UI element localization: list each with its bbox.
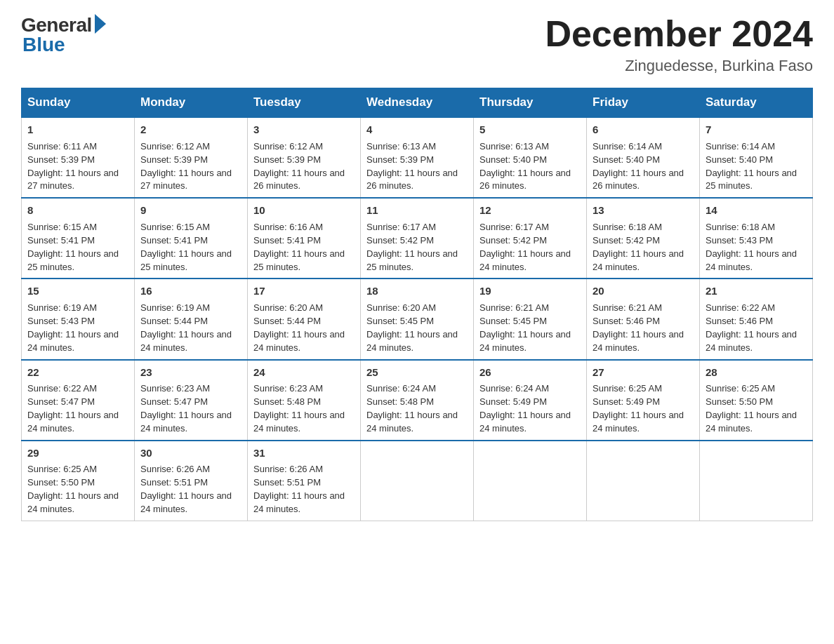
day-number: 8 bbox=[27, 203, 128, 218]
week-row-5: 29 Sunrise: 6:25 AMSunset: 5:50 PMDaylig… bbox=[22, 441, 813, 521]
day-number: 30 bbox=[140, 445, 241, 461]
calendar-cell: 2 Sunrise: 6:12 AMSunset: 5:39 PMDayligh… bbox=[135, 117, 248, 198]
calendar-cell: 15 Sunrise: 6:19 AMSunset: 5:43 PMDaylig… bbox=[22, 279, 135, 359]
day-number: 5 bbox=[479, 122, 581, 137]
calendar-cell: 19 Sunrise: 6:21 AMSunset: 5:45 PMDaylig… bbox=[474, 279, 587, 359]
calendar-cell: 3 Sunrise: 6:12 AMSunset: 5:39 PMDayligh… bbox=[248, 117, 361, 198]
calendar-cell: 31 Sunrise: 6:26 AMSunset: 5:51 PMDaylig… bbox=[248, 441, 361, 521]
month-title: December 2024 bbox=[545, 14, 813, 54]
calendar-cell: 14 Sunrise: 6:18 AMSunset: 5:43 PMDaylig… bbox=[700, 198, 813, 279]
day-number: 15 bbox=[27, 283, 128, 299]
day-number: 7 bbox=[706, 122, 807, 137]
day-info: Sunrise: 6:14 AMSunset: 5:40 PMDaylight:… bbox=[593, 141, 684, 192]
calendar-cell: 28 Sunrise: 6:25 AMSunset: 5:50 PMDaylig… bbox=[700, 360, 813, 441]
day-number: 24 bbox=[253, 365, 355, 380]
day-info: Sunrise: 6:22 AMSunset: 5:46 PMDaylight:… bbox=[706, 302, 797, 353]
header-tuesday: Tuesday bbox=[248, 88, 361, 118]
logo-arrow-icon bbox=[95, 14, 106, 34]
day-info: Sunrise: 6:20 AMSunset: 5:44 PMDaylight:… bbox=[253, 302, 345, 353]
week-row-1: 1 Sunrise: 6:11 AMSunset: 5:39 PMDayligh… bbox=[22, 117, 813, 198]
day-number: 14 bbox=[706, 203, 807, 218]
calendar-cell: 20 Sunrise: 6:21 AMSunset: 5:46 PMDaylig… bbox=[587, 279, 700, 359]
calendar-cell bbox=[474, 441, 587, 521]
day-info: Sunrise: 6:25 AMSunset: 5:50 PMDaylight:… bbox=[27, 464, 119, 514]
day-info: Sunrise: 6:13 AMSunset: 5:40 PMDaylight:… bbox=[479, 141, 571, 192]
day-info: Sunrise: 6:16 AMSunset: 5:41 PMDaylight:… bbox=[253, 222, 345, 272]
day-info: Sunrise: 6:12 AMSunset: 5:39 PMDaylight:… bbox=[140, 141, 232, 192]
calendar-cell: 26 Sunrise: 6:24 AMSunset: 5:49 PMDaylig… bbox=[474, 360, 587, 441]
calendar-cell: 27 Sunrise: 6:25 AMSunset: 5:49 PMDaylig… bbox=[587, 360, 700, 441]
day-number: 4 bbox=[366, 122, 468, 137]
day-info: Sunrise: 6:23 AMSunset: 5:48 PMDaylight:… bbox=[253, 383, 345, 434]
calendar-cell: 5 Sunrise: 6:13 AMSunset: 5:40 PMDayligh… bbox=[474, 117, 587, 198]
calendar-cell: 1 Sunrise: 6:11 AMSunset: 5:39 PMDayligh… bbox=[22, 117, 135, 198]
logo: General Blue bbox=[21, 14, 106, 56]
day-info: Sunrise: 6:20 AMSunset: 5:45 PMDaylight:… bbox=[366, 302, 458, 353]
day-number: 3 bbox=[253, 122, 355, 137]
calendar-cell: 30 Sunrise: 6:26 AMSunset: 5:51 PMDaylig… bbox=[135, 441, 248, 521]
day-info: Sunrise: 6:19 AMSunset: 5:44 PMDaylight:… bbox=[140, 302, 232, 353]
day-number: 20 bbox=[593, 283, 694, 299]
day-number: 9 bbox=[140, 203, 241, 218]
day-info: Sunrise: 6:24 AMSunset: 5:48 PMDaylight:… bbox=[366, 383, 458, 434]
calendar-cell: 6 Sunrise: 6:14 AMSunset: 5:40 PMDayligh… bbox=[587, 117, 700, 198]
calendar-cell: 7 Sunrise: 6:14 AMSunset: 5:40 PMDayligh… bbox=[700, 117, 813, 198]
day-number: 25 bbox=[366, 365, 468, 380]
calendar-cell: 17 Sunrise: 6:20 AMSunset: 5:44 PMDaylig… bbox=[248, 279, 361, 359]
calendar-table: SundayMondayTuesdayWednesdayThursdayFrid… bbox=[21, 88, 813, 521]
day-number: 28 bbox=[706, 365, 807, 380]
day-number: 13 bbox=[593, 203, 694, 218]
day-number: 10 bbox=[253, 203, 355, 218]
day-info: Sunrise: 6:21 AMSunset: 5:46 PMDaylight:… bbox=[593, 302, 684, 353]
day-number: 18 bbox=[366, 283, 468, 299]
day-number: 31 bbox=[253, 445, 355, 461]
week-row-2: 8 Sunrise: 6:15 AMSunset: 5:41 PMDayligh… bbox=[22, 198, 813, 279]
day-number: 12 bbox=[479, 203, 581, 218]
day-info: Sunrise: 6:15 AMSunset: 5:41 PMDaylight:… bbox=[140, 222, 232, 272]
calendar-cell: 16 Sunrise: 6:19 AMSunset: 5:44 PMDaylig… bbox=[135, 279, 248, 359]
calendar-cell: 11 Sunrise: 6:17 AMSunset: 5:42 PMDaylig… bbox=[361, 198, 474, 279]
day-info: Sunrise: 6:13 AMSunset: 5:39 PMDaylight:… bbox=[366, 141, 458, 192]
day-number: 27 bbox=[593, 365, 694, 380]
day-number: 16 bbox=[140, 283, 241, 299]
day-info: Sunrise: 6:26 AMSunset: 5:51 PMDaylight:… bbox=[140, 464, 232, 514]
calendar-cell: 10 Sunrise: 6:16 AMSunset: 5:41 PMDaylig… bbox=[248, 198, 361, 279]
calendar-cell: 21 Sunrise: 6:22 AMSunset: 5:46 PMDaylig… bbox=[700, 279, 813, 359]
day-info: Sunrise: 6:14 AMSunset: 5:40 PMDaylight:… bbox=[706, 141, 797, 192]
day-info: Sunrise: 6:25 AMSunset: 5:50 PMDaylight:… bbox=[706, 383, 797, 434]
header-wednesday: Wednesday bbox=[361, 88, 474, 118]
day-info: Sunrise: 6:17 AMSunset: 5:42 PMDaylight:… bbox=[366, 222, 458, 272]
header-thursday: Thursday bbox=[474, 88, 587, 118]
day-number: 29 bbox=[27, 445, 128, 461]
day-info: Sunrise: 6:15 AMSunset: 5:41 PMDaylight:… bbox=[27, 222, 119, 272]
calendar-cell: 23 Sunrise: 6:23 AMSunset: 5:47 PMDaylig… bbox=[135, 360, 248, 441]
header-monday: Monday bbox=[135, 88, 248, 118]
day-info: Sunrise: 6:25 AMSunset: 5:49 PMDaylight:… bbox=[593, 383, 684, 434]
logo-blue-text: Blue bbox=[22, 34, 65, 56]
day-info: Sunrise: 6:22 AMSunset: 5:47 PMDaylight:… bbox=[27, 383, 119, 434]
location-subtitle: Zinguedesse, Burkina Faso bbox=[545, 57, 813, 75]
day-info: Sunrise: 6:18 AMSunset: 5:42 PMDaylight:… bbox=[593, 222, 684, 272]
day-number: 23 bbox=[140, 365, 241, 380]
day-number: 6 bbox=[593, 122, 694, 137]
day-number: 2 bbox=[140, 122, 241, 137]
day-number: 17 bbox=[253, 283, 355, 299]
day-info: Sunrise: 6:24 AMSunset: 5:49 PMDaylight:… bbox=[479, 383, 571, 434]
calendar-cell bbox=[587, 441, 700, 521]
day-number: 11 bbox=[366, 203, 468, 218]
calendar-header-row: SundayMondayTuesdayWednesdayThursdayFrid… bbox=[22, 88, 813, 118]
day-number: 21 bbox=[706, 283, 807, 299]
day-info: Sunrise: 6:23 AMSunset: 5:47 PMDaylight:… bbox=[140, 383, 232, 434]
day-info: Sunrise: 6:19 AMSunset: 5:43 PMDaylight:… bbox=[27, 302, 119, 353]
calendar-cell: 24 Sunrise: 6:23 AMSunset: 5:48 PMDaylig… bbox=[248, 360, 361, 441]
calendar-cell: 18 Sunrise: 6:20 AMSunset: 5:45 PMDaylig… bbox=[361, 279, 474, 359]
day-info: Sunrise: 6:26 AMSunset: 5:51 PMDaylight:… bbox=[253, 464, 345, 514]
day-number: 1 bbox=[27, 122, 128, 137]
day-number: 19 bbox=[479, 283, 581, 299]
title-section: December 2024 Zinguedesse, Burkina Faso bbox=[545, 14, 813, 75]
header-sunday: Sunday bbox=[22, 88, 135, 118]
calendar-cell bbox=[361, 441, 474, 521]
calendar-cell: 8 Sunrise: 6:15 AMSunset: 5:41 PMDayligh… bbox=[22, 198, 135, 279]
day-number: 26 bbox=[479, 365, 581, 380]
calendar-cell: 29 Sunrise: 6:25 AMSunset: 5:50 PMDaylig… bbox=[22, 441, 135, 521]
